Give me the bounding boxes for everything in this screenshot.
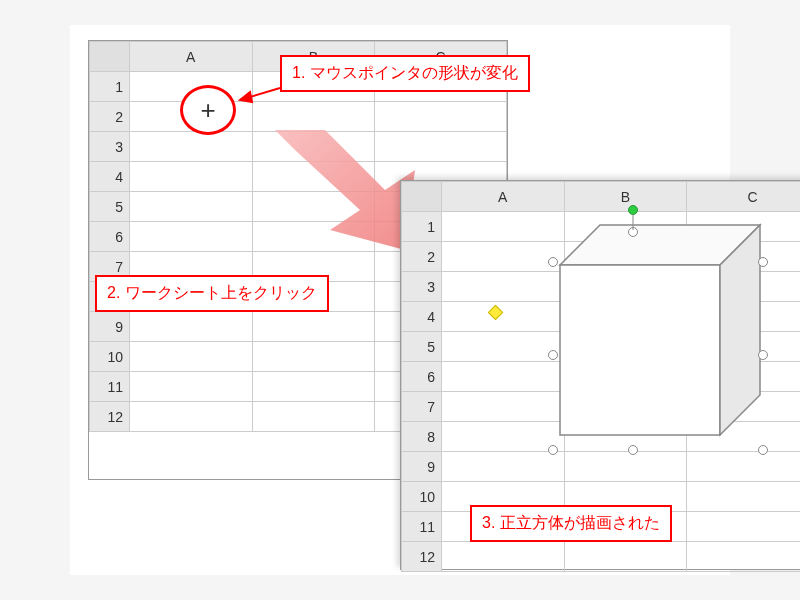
callout-cube-drawn: 3. 正立方体が描画された — [470, 505, 672, 542]
col-header-b[interactable]: B — [564, 182, 687, 212]
resize-handle-left[interactable] — [548, 350, 558, 360]
row-header[interactable]: 12 — [90, 402, 130, 432]
resize-handle-bottom[interactable] — [628, 445, 638, 455]
callout-pointer-change: 1. マウスポインタの形状が変化 — [280, 55, 530, 92]
row-header[interactable]: 6 — [90, 222, 130, 252]
cell[interactable] — [130, 132, 253, 162]
rotate-stick-icon — [631, 214, 635, 230]
row-header[interactable]: 3 — [402, 272, 442, 302]
cell[interactable] — [687, 482, 800, 512]
row-header[interactable]: 9 — [90, 312, 130, 342]
resize-handle-topright[interactable] — [758, 257, 768, 267]
cell[interactable] — [687, 512, 800, 542]
cell[interactable] — [375, 102, 507, 132]
row-header[interactable]: 12 — [402, 542, 442, 572]
cell[interactable] — [252, 372, 375, 402]
svg-marker-2 — [275, 130, 415, 250]
row-header[interactable]: 5 — [90, 192, 130, 222]
svg-rect-4 — [560, 265, 720, 435]
cell[interactable] — [130, 372, 253, 402]
cell[interactable] — [130, 192, 253, 222]
tutorial-container: A B C 1 2 3 4 5 6 7 8 9 10 11 12 + 1. マウ… — [70, 25, 730, 575]
cell[interactable] — [687, 542, 800, 572]
col-header-a[interactable]: A — [130, 42, 253, 72]
crosshair-pointer-indicator: + — [180, 85, 236, 135]
col-header-c[interactable]: C — [687, 182, 800, 212]
resize-handle-topleft[interactable] — [548, 257, 558, 267]
cell[interactable] — [130, 342, 253, 372]
cell[interactable] — [252, 312, 375, 342]
resize-handle-right[interactable] — [758, 350, 768, 360]
row-header[interactable]: 2 — [90, 102, 130, 132]
row-header[interactable]: 4 — [402, 302, 442, 332]
row-header[interactable]: 9 — [402, 452, 442, 482]
row-header[interactable]: 1 — [90, 72, 130, 102]
resize-handle-bottomright[interactable] — [758, 445, 768, 455]
row-header[interactable]: 10 — [402, 482, 442, 512]
row-header[interactable]: 11 — [402, 512, 442, 542]
cell[interactable] — [442, 542, 565, 572]
col-header-a[interactable]: A — [442, 182, 565, 212]
row-header[interactable]: 2 — [402, 242, 442, 272]
row-header[interactable]: 11 — [90, 372, 130, 402]
svg-marker-1 — [240, 92, 252, 102]
select-all-corner[interactable] — [90, 42, 130, 72]
row-header[interactable]: 5 — [402, 332, 442, 362]
row-header[interactable]: 6 — [402, 362, 442, 392]
cube-autoshape[interactable] — [500, 215, 780, 465]
resize-handle-bottomleft[interactable] — [548, 445, 558, 455]
row-header[interactable]: 8 — [402, 422, 442, 452]
crosshair-icon: + — [200, 95, 215, 126]
select-all-corner[interactable] — [402, 182, 442, 212]
cell[interactable] — [252, 402, 375, 432]
cell[interactable] — [130, 222, 253, 252]
cell[interactable] — [130, 312, 253, 342]
cell[interactable] — [564, 542, 687, 572]
row-header[interactable]: 10 — [90, 342, 130, 372]
row-header[interactable]: 3 — [90, 132, 130, 162]
row-header[interactable]: 4 — [90, 162, 130, 192]
cell[interactable] — [130, 402, 253, 432]
cell[interactable] — [252, 342, 375, 372]
row-header[interactable]: 7 — [402, 392, 442, 422]
row-header[interactable]: 1 — [402, 212, 442, 242]
cell[interactable] — [130, 162, 253, 192]
callout-click-worksheet: 2. ワークシート上をクリック — [95, 275, 329, 312]
